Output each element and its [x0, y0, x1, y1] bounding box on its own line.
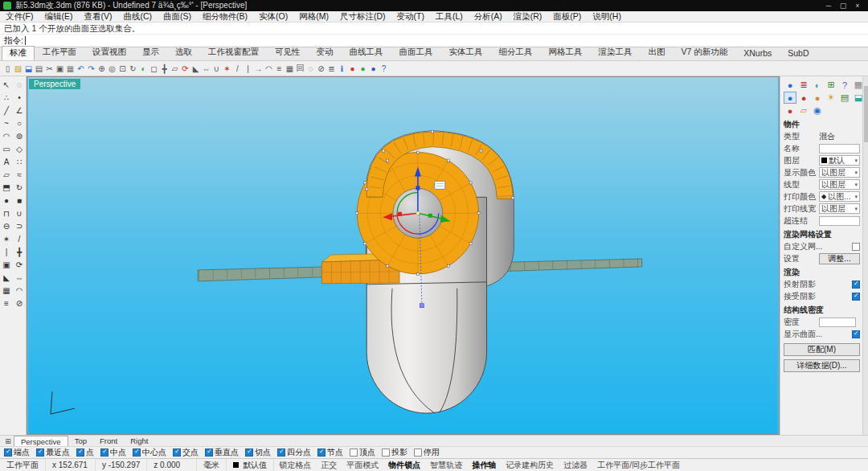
receive-shadows-checkbox[interactable]	[852, 293, 860, 301]
split-icon[interactable]: |	[0, 245, 13, 258]
circle-icon[interactable]: ○	[13, 117, 26, 129]
print-width-dropdown[interactable]: 以图层▾	[819, 203, 860, 214]
render-sphere-red-icon[interactable]: ●	[347, 62, 358, 76]
density-input[interactable]	[819, 317, 856, 327]
line-icon[interactable]: ╱	[0, 104, 13, 117]
viewport-tab[interactable]: Front	[93, 436, 124, 446]
offset-icon[interactable]: ≡	[0, 297, 13, 309]
render-sphere-green-icon[interactable]: ●	[358, 62, 368, 76]
ribbon-tab[interactable]: 工作视窗配置	[200, 45, 267, 60]
viewport-title[interactable]: Perspective	[29, 79, 80, 89]
status-toggle[interactable]: 操作轴	[467, 460, 501, 471]
ribbon-tab[interactable]: V7 的新功能	[674, 45, 736, 60]
ribbon-tab[interactable]: 曲线工具	[342, 45, 391, 60]
curve-icon[interactable]: ~	[0, 117, 13, 129]
ribbon-tab[interactable]: SubD	[780, 47, 817, 60]
copy-object-icon[interactable]: ▣	[0, 258, 13, 271]
ribbon-tab[interactable]: 出图	[641, 45, 674, 60]
status-toggle[interactable]: 锁定格点	[274, 460, 316, 471]
undo-icon[interactable]: ↶	[76, 62, 86, 76]
revolve-icon[interactable]: ↻	[13, 181, 26, 194]
gumball-x-scale-handle[interactable]	[398, 212, 402, 216]
close-button[interactable]: ×	[850, 2, 865, 10]
group-icon[interactable]: 回	[295, 62, 305, 76]
box-icon[interactable]: ■	[13, 194, 26, 207]
sun-panel-icon[interactable]: ☀	[825, 92, 837, 104]
boolean-union-icon[interactable]: ∪	[13, 207, 26, 219]
cylinder-icon[interactable]: ⊓	[0, 207, 13, 219]
wireframe-view-icon[interactable]: ◻	[149, 62, 159, 76]
ribbon-tab[interactable]: 渲染工具	[591, 45, 641, 60]
ribbon-tab[interactable]: 显示	[134, 45, 167, 60]
gumball-extrude-handle[interactable]	[420, 304, 424, 308]
menu-item[interactable]: 实体(O)	[253, 11, 293, 23]
array-icon[interactable]: ▦	[285, 62, 295, 76]
layer-dropdown[interactable]: 默认▾	[819, 155, 860, 166]
osnap-toggle[interactable]: 交点	[173, 447, 199, 458]
copy-icon[interactable]: ▣	[55, 62, 65, 76]
save-file-icon[interactable]: ⬓	[23, 62, 34, 76]
open-file-icon[interactable]: ▨	[13, 62, 23, 76]
menu-item[interactable]: 曲面(S)	[158, 11, 197, 23]
join-icon[interactable]: ∪	[211, 62, 222, 76]
lock-object-icon[interactable]: ⊘	[316, 62, 326, 76]
osnap-toggle[interactable]: 中点	[100, 447, 126, 458]
osnap-toggle[interactable]: 点	[76, 447, 94, 458]
ribbon-tab[interactable]: 曲面工具	[391, 45, 441, 60]
notes-panel-icon[interactable]: ▤	[838, 92, 851, 104]
menu-item[interactable]: 分析(A)	[469, 11, 508, 23]
ribbon-tab[interactable]: 细分工具	[491, 45, 541, 60]
menu-item[interactable]: 说明(H)	[587, 11, 627, 23]
environment-panel-icon[interactable]: ●	[797, 92, 810, 104]
adjust-mesh-button[interactable]: 调整...	[819, 253, 860, 264]
array-icon[interactable]: ▦	[0, 284, 13, 297]
gumball-origin-handle[interactable]	[416, 211, 420, 215]
zoom-extents-icon[interactable]: ◎	[107, 62, 117, 76]
gumball-y-scale-handle[interactable]	[428, 214, 432, 218]
status-toggle[interactable]: 智慧轨迹	[425, 460, 467, 471]
menu-item[interactable]: 曲线(C)	[117, 11, 158, 23]
ribbon-tab[interactable]: 可见性	[267, 45, 309, 60]
status-toggle[interactable]: 正交	[316, 460, 342, 471]
ellipse-icon[interactable]: ⊜	[13, 129, 26, 142]
scale-icon[interactable]: ◣	[190, 62, 201, 76]
osnap-toggle[interactable]: 停用	[414, 447, 440, 458]
fillet-icon[interactable]: ◠	[264, 62, 274, 76]
hyperlink-input[interactable]	[819, 216, 860, 226]
control-points-icon[interactable]: ∴	[0, 91, 13, 104]
offset-icon[interactable]: ≡	[274, 62, 285, 76]
layer-manager-icon[interactable]: ≣	[326, 62, 337, 76]
pan-view-icon[interactable]: ⊕	[96, 62, 107, 76]
help-icon[interactable]: ?	[379, 62, 389, 76]
display-panel-icon[interactable]: ◐	[811, 79, 824, 91]
text-tool-icon[interactable]: A	[0, 155, 13, 168]
sphere-icon[interactable]: ●	[0, 194, 13, 207]
minimize-button[interactable]: ─	[821, 2, 836, 10]
print-icon[interactable]: ▤	[34, 62, 44, 76]
viewport-layout-icon[interactable]: ⊞	[2, 437, 14, 445]
osnap-toggle[interactable]: 四分点	[277, 447, 311, 458]
ribbon-tab[interactable]: 标准	[2, 46, 35, 60]
ribbon-tab[interactable]: 网格工具	[541, 45, 591, 60]
viewport-tab[interactable]: Top	[68, 436, 93, 446]
ground-plane-panel-icon[interactable]: ▱	[797, 104, 810, 117]
paste-icon[interactable]: ▦	[65, 62, 76, 76]
panel-scrollbar[interactable]	[862, 76, 868, 435]
menu-item[interactable]: 工具(L)	[430, 11, 469, 23]
shaded-view-icon[interactable]: ◐	[138, 62, 149, 76]
menu-item[interactable]: 变动(T)	[391, 11, 430, 23]
osnap-toggle[interactable]: 投影	[382, 447, 407, 458]
materials-panel-icon[interactable]: ●	[784, 92, 796, 104]
move-icon[interactable]: ╋	[159, 62, 170, 76]
cast-shadows-checkbox[interactable]	[852, 281, 860, 289]
move-icon[interactable]: ╋	[13, 245, 26, 258]
osnap-toggle[interactable]: 节点	[317, 447, 343, 458]
active-layer-pane[interactable]: 默认值	[227, 459, 274, 471]
properties-panel-icon[interactable]: ●	[784, 79, 796, 91]
ribbon-tab[interactable]: 变动	[309, 45, 342, 60]
gumball-indicator[interactable]	[435, 181, 445, 189]
texture-panel-icon[interactable]: ●	[811, 92, 824, 104]
osnap-toggle[interactable]: 垂直点	[205, 447, 239, 458]
menu-item[interactable]: 渲染(R)	[508, 11, 548, 23]
new-file-icon[interactable]: ▯	[2, 62, 13, 76]
